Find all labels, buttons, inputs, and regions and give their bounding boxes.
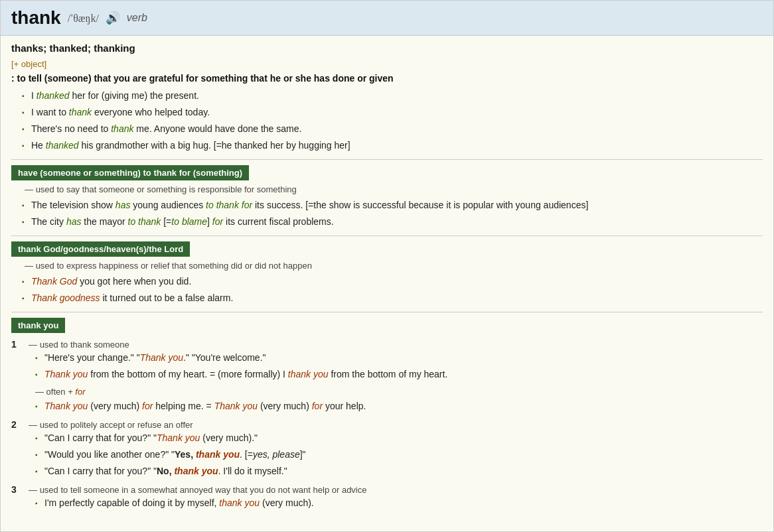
p2-thank-god: Thank God bbox=[31, 276, 77, 287]
s1-ty-often-1: Thank you bbox=[44, 401, 88, 411]
p1-to-thank: to thank bbox=[128, 216, 161, 227]
s1-thank-you-1: Thank you bbox=[140, 352, 183, 363]
sense-1-def: used to thank someone bbox=[29, 338, 129, 350]
phrase1-example-1: The television show has young audiences … bbox=[22, 198, 763, 212]
often-line: — often + for bbox=[35, 387, 763, 397]
italic-thanked: thanked bbox=[37, 90, 70, 101]
sense-2-def: used to politely accept or refuse an off… bbox=[29, 419, 193, 430]
sense-3-row: 3 used to tell someone in a somewhat ann… bbox=[11, 484, 763, 495]
phrase-header-label-3: thank you bbox=[11, 318, 65, 333]
s1-for-2: for bbox=[312, 401, 323, 411]
p1-for: for bbox=[212, 216, 223, 227]
sense-1-row: 1 used to thank someone bbox=[11, 338, 763, 350]
phrase2-examples: Thank God you got here when you did. Tha… bbox=[22, 275, 763, 305]
phrase-section-2: thank God/goodness/heaven(s)/the Lord us… bbox=[11, 235, 763, 305]
often-for: for bbox=[75, 387, 85, 397]
phrase-section-1: have (someone or something) to thank for… bbox=[11, 159, 763, 229]
phrase-section-3: thank you 1 used to thank someone "Here'… bbox=[11, 312, 763, 510]
sense2-example-2: "Would you like another one?" "Yes, than… bbox=[35, 448, 763, 462]
phrase2-example-2: Thank goodness it turned out to be a fal… bbox=[22, 291, 763, 305]
sense-3-def: used to tell someone in a somewhat annoy… bbox=[29, 484, 367, 495]
inflections: thanks; thanked; thanking bbox=[11, 42, 763, 54]
italic-thanked-4: thanked bbox=[46, 140, 79, 151]
sense-1-num: 1 bbox=[11, 339, 25, 350]
main-example-2: I want to thank everyone who helped toda… bbox=[22, 105, 763, 119]
phrase1-example-2: The city has the mayor to thank [=to bla… bbox=[22, 215, 763, 229]
sense2-example-1: "Can I carry that for you?" "Thank you (… bbox=[35, 431, 763, 445]
s2-yes-please: yes, please bbox=[253, 449, 300, 460]
pronunciation: /ˈθæŋk/ bbox=[68, 12, 99, 25]
sense3-example-1: I'm perfectly capable of doing it by mys… bbox=[35, 496, 763, 510]
p2-thank-goodness: Thank goodness bbox=[31, 293, 100, 303]
sense2-examples: "Can I carry that for you?" "Thank you (… bbox=[35, 431, 763, 478]
s1-thank-you-2: Thank you bbox=[44, 369, 88, 379]
speaker-icon[interactable]: 🔊 bbox=[106, 11, 120, 25]
pos-label: verb bbox=[127, 12, 147, 24]
sense1-example-1: "Here's your change." "Thank you." "You'… bbox=[35, 351, 763, 365]
sense1-often-examples: Thank you (very much) for helping me. = … bbox=[35, 399, 763, 413]
phrase-header-label-1: have (someone or something) to thank for… bbox=[11, 165, 249, 180]
sense1-often-example-1: Thank you (very much) for helping me. = … bbox=[35, 399, 763, 413]
phrase-def-2: used to express happiness or relief that… bbox=[25, 261, 763, 271]
main-example-1: I thanked her for (giving me) the presen… bbox=[22, 89, 763, 103]
p1-has2: has bbox=[66, 216, 82, 227]
phrase1-examples: The television show has young audiences … bbox=[22, 198, 763, 229]
main-example-3: There's no need to thank me. Anyone woul… bbox=[22, 122, 763, 136]
main-example-4: He thanked his grandmother with a big hu… bbox=[22, 139, 763, 153]
phrase2-example-1: Thank God you got here when you did. bbox=[22, 275, 763, 289]
sense2-example-3: "Can I carry that for you?" "No, thank y… bbox=[35, 464, 763, 478]
s2-ty-2: thank you bbox=[196, 449, 240, 460]
s3-ty-1: thank you bbox=[219, 498, 260, 508]
phrase-def-1: used to say that someone or something is… bbox=[25, 184, 763, 194]
p1-has: has bbox=[116, 200, 131, 210]
sense-3-num: 3 bbox=[11, 484, 25, 495]
page-wrapper: thank /ˈθæŋk/ 🔊 verb thanks; thanked; th… bbox=[0, 0, 774, 532]
phrase-header-3: thank you bbox=[11, 318, 763, 333]
main-definition: : to tell (someone) that you are gratefu… bbox=[11, 73, 763, 84]
object-tag: [+ object] bbox=[11, 59, 763, 69]
phrase-header-1: have (someone or something) to thank for… bbox=[11, 165, 763, 180]
s1-thank-you-3: thank you bbox=[288, 369, 329, 379]
p1-to-thank-for: to thank for bbox=[206, 200, 252, 210]
s1-ty-often-2: Thank you bbox=[214, 401, 258, 411]
sense3-examples: I'm perfectly capable of doing it by mys… bbox=[35, 496, 763, 510]
word-title: thank bbox=[11, 7, 61, 29]
sense-2-num: 2 bbox=[11, 419, 25, 430]
s1-for-1: for bbox=[142, 401, 153, 411]
sense1-examples: "Here's your change." "Thank you." "You'… bbox=[35, 351, 763, 381]
main-examples-list: I thanked her for (giving me) the presen… bbox=[22, 89, 763, 153]
phrase-header-2: thank God/goodness/heaven(s)/the Lord bbox=[11, 241, 763, 257]
body: thanks; thanked; thanking [+ object] : t… bbox=[1, 36, 773, 522]
italic-thank-2: thank bbox=[69, 107, 92, 117]
phrase-header-label-2: thank God/goodness/heaven(s)/the Lord bbox=[11, 241, 190, 257]
italic-thank-3: thank bbox=[111, 123, 133, 134]
p1-to-blame: to blame bbox=[171, 216, 207, 227]
s2-ty-3: thank you bbox=[174, 466, 218, 476]
header: thank /ˈθæŋk/ 🔊 verb bbox=[1, 1, 773, 36]
sense1-example-2: Thank you from the bottom of my heart. =… bbox=[35, 367, 763, 381]
s2-ty-1: Thank you bbox=[157, 432, 200, 443]
sense-2-row: 2 used to politely accept or refuse an o… bbox=[11, 419, 763, 430]
